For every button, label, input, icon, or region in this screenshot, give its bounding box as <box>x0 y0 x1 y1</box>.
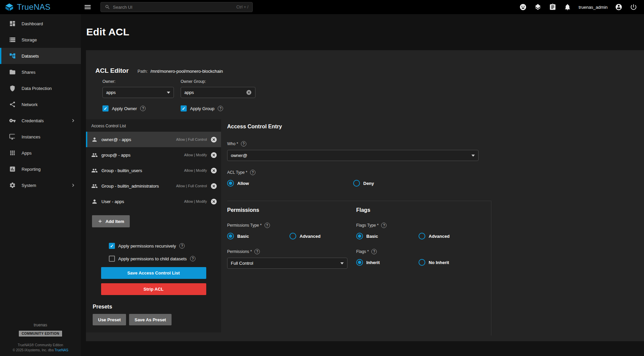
shares-folder-icon <box>9 69 16 75</box>
strip-acl-button[interactable]: Strip ACL <box>101 283 206 295</box>
sidebar-item-instances[interactable]: Instances <box>0 129 81 145</box>
radio-icon <box>419 259 425 266</box>
child-datasets-checkbox-row: Apply permissions to child datasets <box>109 256 221 262</box>
radio-option-inherit[interactable]: Inherit <box>356 259 419 266</box>
acl-type-radio-group: Allow Deny <box>227 180 635 187</box>
remove-entry-icon[interactable] <box>211 167 217 174</box>
help-icon[interactable] <box>371 249 377 254</box>
layers-icon[interactable] <box>534 3 542 11</box>
acl-entry-row[interactable]: group@ - apps Allow | Modify <box>86 147 221 163</box>
path-value: /mnt/monero-pool/monero-blockchain <box>150 69 223 74</box>
apply-group-checkbox[interactable] <box>181 105 187 111</box>
help-icon[interactable] <box>265 223 270 228</box>
help-icon[interactable] <box>250 170 255 175</box>
hamburger-menu-icon[interactable] <box>84 3 92 11</box>
radio-option-basic[interactable]: Basic <box>356 233 419 239</box>
acl-entry-row[interactable]: Group - builtin_users Allow | Modify <box>86 163 221 178</box>
sidebar-item-storage[interactable]: Storage <box>0 32 81 48</box>
recursive-checkbox-row: Apply permissions recursively <box>109 243 221 249</box>
radio-label: Basic <box>366 234 378 239</box>
plus-icon <box>97 219 103 224</box>
help-icon[interactable] <box>241 141 246 147</box>
notifications-bell-icon[interactable] <box>564 3 571 11</box>
radio-label: Advanced <box>300 234 320 239</box>
radio-icon <box>227 233 234 239</box>
group-icon <box>91 183 98 189</box>
acl-type-label: ACL Type * <box>227 170 247 175</box>
help-icon[interactable] <box>190 256 195 261</box>
radio-option-no-inherit[interactable]: No Inherit <box>419 259 481 266</box>
ace-heading: Access Control Entry <box>227 124 635 130</box>
feedback-smiley-icon[interactable] <box>519 3 527 11</box>
sidebar-item-data-protection[interactable]: Data Protection <box>0 80 81 96</box>
power-icon[interactable] <box>630 3 637 11</box>
apply-group-label: Apply Group <box>190 106 214 111</box>
owner-group-input[interactable]: apps <box>181 87 255 98</box>
radio-icon <box>356 259 363 266</box>
save-acl-button[interactable]: Save Access Control List <box>101 267 206 279</box>
save-as-preset-button[interactable]: Save As Preset <box>129 314 171 325</box>
account-circle-icon[interactable] <box>615 3 622 11</box>
username-label[interactable]: truenas_admin <box>579 5 608 10</box>
remove-entry-icon[interactable] <box>211 136 217 143</box>
jobs-clipboard-icon[interactable] <box>549 3 556 11</box>
radio-option-advanced[interactable]: Advanced <box>289 233 352 239</box>
add-item-label: Add Item <box>105 219 124 224</box>
radio-option-basic[interactable]: Basic <box>227 233 289 239</box>
path-label: Path: <box>137 69 148 74</box>
acl-entry-row[interactable]: owner@ - apps Allow | Full Control <box>86 132 221 147</box>
sidebar-item-credentials[interactable]: Credentials <box>0 112 81 129</box>
help-icon[interactable] <box>140 106 146 111</box>
sidebar-item-label: Dashboard <box>22 21 43 26</box>
sidebar-item-system[interactable]: System <box>0 177 81 193</box>
recursive-label: Apply permissions recursively <box>118 244 176 249</box>
search-input[interactable] <box>113 5 234 10</box>
radio-option-allow[interactable]: Allow <box>227 180 353 187</box>
storage-icon <box>9 36 16 43</box>
footer-edition-line: TrueNAS® Community Edition <box>18 343 63 347</box>
owner-select[interactable]: apps <box>102 87 174 98</box>
use-preset-button[interactable]: Use Preset <box>93 314 126 325</box>
truenas-link[interactable]: TrueNAS <box>55 348 68 352</box>
permissions-select[interactable]: Full Control <box>227 258 347 269</box>
sidebar-item-label: System <box>22 183 36 188</box>
acl-editor-card: ACL Editor Path: /mnt/monero-pool/monero… <box>86 50 644 341</box>
sidebar-item-apps[interactable]: Apps <box>0 145 81 161</box>
sidebar-item-datasets[interactable]: Datasets <box>0 48 81 64</box>
radio-icon <box>289 233 296 239</box>
acl-entry-row[interactable]: Group - builtin_administrators Allow | F… <box>86 178 221 194</box>
key-icon <box>9 117 16 124</box>
acl-entry-name: User - apps <box>101 199 180 204</box>
clear-icon[interactable] <box>246 90 252 95</box>
sidebar-item-reporting[interactable]: Reporting <box>0 161 81 177</box>
owner-value: apps <box>106 90 164 95</box>
child-datasets-checkbox[interactable] <box>109 256 115 262</box>
permissions-column: Permissions Permissions Type * Basic Adv… <box>227 207 356 335</box>
help-icon[interactable] <box>218 106 223 111</box>
radio-option-advanced[interactable]: Advanced <box>419 233 481 239</box>
remove-entry-icon[interactable] <box>211 183 217 189</box>
permissions-type-label: Permissions Type * <box>227 223 262 228</box>
sidebar-item-network[interactable]: Network <box>0 96 81 112</box>
help-icon[interactable] <box>179 243 185 249</box>
help-icon[interactable] <box>254 249 260 254</box>
radio-option-deny[interactable]: Deny <box>353 180 374 187</box>
sidebar-item-label: Reporting <box>22 167 40 172</box>
access-control-entry-section: Access Control Entry Who * owner@ ACL Ty… <box>227 124 635 335</box>
sidebar-item-dashboard[interactable]: Dashboard <box>0 15 81 32</box>
permissions-label: Permissions * <box>227 249 252 254</box>
monitor-icon <box>9 133 16 140</box>
help-icon[interactable] <box>381 223 387 228</box>
recursive-checkbox[interactable] <box>109 243 115 249</box>
apply-owner-checkbox[interactable] <box>102 105 109 111</box>
flags-label: Flags * <box>356 249 369 254</box>
sidebar: Dashboard Storage Datasets Shares Data P… <box>0 14 81 356</box>
add-item-button[interactable]: Add Item <box>92 215 130 227</box>
brand-logo[interactable]: TrueNAS <box>0 2 81 12</box>
apply-owner-label: Apply Owner <box>112 106 137 111</box>
acl-entry-row[interactable]: User - apps Allow | Modify <box>86 194 221 209</box>
remove-entry-icon[interactable] <box>211 152 217 158</box>
remove-entry-icon[interactable] <box>211 198 217 205</box>
who-select[interactable]: owner@ <box>227 150 479 161</box>
sidebar-item-shares[interactable]: Shares <box>0 64 81 80</box>
